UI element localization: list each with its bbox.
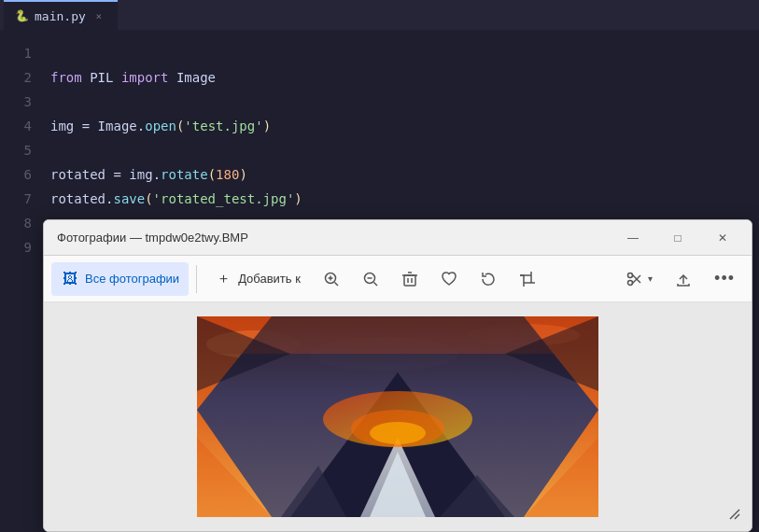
crop-button[interactable]: [510, 262, 545, 296]
tab-main-py[interactable]: 🐍 main.py ×: [4, 0, 118, 30]
photo-content: [44, 302, 752, 531]
svg-line-38: [730, 510, 739, 519]
window-title: Фотографии — tmpdw0e2twy.BMP: [57, 231, 248, 245]
draw-dropdown-icon: ▾: [648, 273, 653, 284]
svg-point-15: [628, 280, 633, 285]
separator-1: [196, 265, 197, 293]
tab-file-icon: 🐍: [15, 9, 29, 22]
tab-bar: 🐍 main.py ×: [0, 0, 759, 30]
add-button[interactable]: ＋ Добавить к: [204, 262, 310, 296]
window-controls: — □ ✕: [611, 223, 744, 253]
close-button[interactable]: ✕: [701, 223, 744, 253]
add-label: Добавить к: [238, 272, 301, 286]
photos-toolbar: 🖼 Все фотографии ＋ Добавить к: [44, 256, 752, 302]
heart-button[interactable]: [431, 262, 467, 296]
window-titlebar: Фотографии — tmpdw0e2twy.BMP — □ ✕: [44, 220, 752, 256]
svg-point-32: [370, 422, 426, 444]
scissors-icon: [625, 271, 642, 287]
share-icon: [675, 271, 692, 287]
more-icon: •••: [714, 269, 735, 288]
zoom-in-button[interactable]: [314, 262, 349, 296]
share-button[interactable]: [666, 262, 701, 296]
svg-point-14: [628, 273, 633, 277]
delete-icon: [401, 271, 418, 287]
all-photos-button[interactable]: 🖼 Все фотографии: [51, 262, 189, 296]
more-button[interactable]: •••: [705, 262, 744, 296]
zoom-out-icon: [362, 271, 379, 287]
delete-button[interactable]: [392, 262, 428, 296]
crop-icon: [519, 271, 536, 287]
mountain-image: [197, 316, 598, 517]
svg-rect-7: [404, 275, 415, 286]
zoom-out-button[interactable]: [353, 262, 388, 296]
tab-close-button[interactable]: ×: [91, 8, 106, 23]
all-photos-label: Все фотографии: [85, 272, 179, 286]
zoom-in-icon: [323, 271, 340, 287]
draw-button[interactable]: ▾: [616, 262, 662, 296]
svg-line-39: [735, 514, 739, 519]
tab-label: main.py: [35, 9, 86, 23]
line-numbers: 1 2 3 4 5 6 7 8 9: [0, 30, 41, 532]
photos-icon: 🖼: [61, 270, 79, 288]
minimize-button[interactable]: —: [611, 223, 654, 253]
photos-window: Фотографии — tmpdw0e2twy.BMP — □ ✕ 🖼 Все…: [43, 219, 752, 532]
rotate-button[interactable]: [471, 262, 506, 296]
svg-line-1: [334, 282, 338, 286]
maximize-button[interactable]: □: [656, 223, 699, 253]
heart-icon: [441, 271, 457, 287]
svg-line-5: [373, 282, 377, 286]
resize-handle[interactable]: [724, 503, 744, 524]
rotate-icon: [480, 271, 497, 287]
add-icon: ＋: [214, 270, 232, 288]
